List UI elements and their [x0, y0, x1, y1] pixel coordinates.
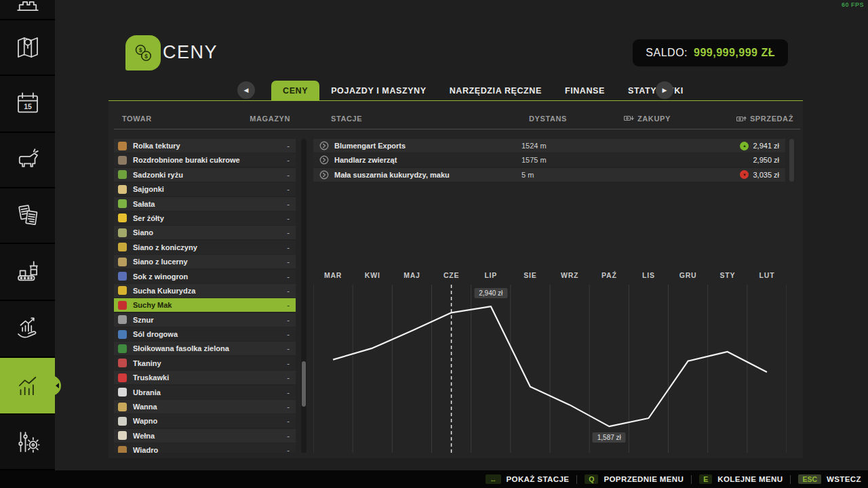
product-row[interactable]: Wełna -	[114, 429, 296, 443]
hint-label: POPRZEDNIE MENU	[604, 475, 684, 483]
saldo-label: SALDO:	[646, 47, 688, 59]
shredded-beet-icon	[118, 156, 127, 165]
tab-finanse[interactable]: FINANSE	[553, 81, 616, 101]
tabs-prev-button[interactable]: ◀	[237, 81, 255, 99]
product-storage-value: -	[287, 373, 290, 382]
product-row[interactable]: Słoikowana fasolka zielona -	[114, 342, 296, 355]
hint-bar: ↔POKAŻ STACJEQPOPRZEDNIE MENUEKOLEJNE ME…	[0, 470, 868, 488]
station-price: 2,950 zł	[753, 156, 779, 164]
product-storage-value: -	[287, 185, 290, 193]
product-storage-value: -	[287, 228, 290, 237]
product-storage-value: -	[287, 344, 290, 352]
hint-poprzednie-menu[interactable]: QPOPRZEDNIE MENU	[585, 474, 684, 484]
tab-pojazdy-i-maszyny[interactable]: POJAZDY I MASZYNY	[319, 81, 438, 101]
sidebar-item-animals[interactable]	[0, 133, 55, 188]
product-row[interactable]: Suchy Mak -	[114, 298, 296, 312]
product-row[interactable]: Sadzonki ryżu -	[114, 168, 296, 182]
product-storage-value: -	[287, 243, 290, 251]
product-storage-value: -	[287, 316, 290, 324]
station-row[interactable]: Mała suszarnia kukurydzy, maku 5 m ▼ 3,0…	[313, 168, 785, 182]
sidebar-item-garage[interactable]	[0, 0, 55, 20]
hint-label: KOLEJNE MENU	[717, 475, 783, 483]
hint-separator	[576, 475, 577, 484]
chart-value-label: 2,940 zł	[474, 288, 507, 298]
product-storage-value: -	[287, 301, 290, 309]
product-row[interactable]: Sajgonki -	[114, 182, 296, 196]
product-row[interactable]: Tkaniny -	[114, 357, 296, 370]
product-storage-value: -	[287, 388, 290, 396]
tabs-next-button[interactable]: ▶	[656, 81, 673, 99]
sidebar-item-calendar[interactable]: 15	[0, 76, 55, 133]
station-list-scrollbar[interactable]	[789, 139, 794, 182]
wool-icon	[118, 431, 127, 440]
product-row[interactable]: Wiadro -	[114, 443, 296, 453]
station-distance: 1575 m	[521, 156, 753, 164]
key-badge: ESC	[798, 474, 821, 484]
sidebar-item-sales[interactable]	[0, 301, 55, 358]
goto-station-icon[interactable]	[319, 155, 329, 165]
fps-counter: 60 FPS	[842, 1, 864, 8]
product-name: Ubrania	[133, 388, 287, 396]
saldo-value: 999,999,999 ZŁ	[694, 47, 775, 59]
tab-list: CENYPOJAZDY I MASZYNYNARZĘDZIA RĘCZNEFIN…	[271, 81, 695, 101]
product-row[interactable]: Truskawki -	[114, 371, 296, 384]
sidebar-item-production[interactable]	[0, 244, 55, 301]
product-row[interactable]: Sok z winogron -	[114, 270, 296, 283]
sidebar-item-settings[interactable]	[0, 415, 55, 470]
sidebar-item-statistics[interactable]	[0, 358, 55, 415]
product-name: Siano z koniczyny	[133, 243, 287, 251]
product-name: Sadzonki ryżu	[133, 171, 287, 179]
product-row[interactable]: Siano -	[114, 226, 296, 239]
key-badge: E	[699, 474, 712, 484]
product-row[interactable]: Sałata -	[114, 197, 296, 211]
hint-wstecz[interactable]: ESCWSTECZ	[798, 474, 861, 484]
goto-station-icon[interactable]	[319, 141, 329, 150]
product-row[interactable]: Siano z koniczyny -	[114, 241, 296, 254]
station-price: ▲ 2,941 zł	[740, 142, 779, 150]
product-name: Sól drogowa	[133, 330, 287, 338]
product-name: Sznur	[133, 316, 287, 324]
content-panel: TOWAR MAGAZYN STACJE DYSTANS ZAKUPY SPRZ…	[108, 101, 803, 458]
sidebar-item-contracts[interactable]	[0, 188, 55, 244]
column-stacje: STACJE	[331, 115, 362, 123]
column-zakupy: ZAKUPY	[624, 115, 671, 123]
scrollbar-thumb[interactable]	[302, 361, 306, 407]
product-storage-value: -	[287, 214, 290, 222]
product-name: Sałata	[133, 200, 287, 208]
lettuce-icon	[118, 199, 127, 208]
tab-ceny[interactable]: CENY	[271, 81, 319, 101]
road-salt-icon	[118, 330, 127, 339]
product-row[interactable]: Sucha Kukurydza -	[114, 284, 296, 298]
sales-icon	[736, 115, 747, 123]
rope-icon	[118, 315, 127, 324]
product-row[interactable]: Sznur -	[114, 313, 296, 327]
product-name: Słoikowana fasolka zielona	[133, 344, 287, 352]
product-row[interactable]: Ser żółty -	[114, 211, 296, 225]
product-row[interactable]: Rolka tektury -	[114, 139, 296, 152]
hint-pokaż-stacje[interactable]: ↔POKAŻ STACJE	[486, 474, 569, 484]
product-row[interactable]: Wapno -	[114, 414, 296, 428]
goto-station-icon[interactable]	[319, 170, 329, 180]
product-row[interactable]: Wanna -	[114, 400, 296, 413]
product-row[interactable]: Siano z lucerny -	[114, 255, 296, 268]
station-row[interactable]: Blumengart Exports 1524 m ▲ 2,941 zł	[313, 139, 785, 152]
product-row[interactable]: Rozdrobnione buraki cukrowe -	[114, 153, 296, 167]
product-name: Sucha Kukurydza	[133, 287, 287, 295]
station-price: ▼ 3,035 zł	[740, 170, 779, 179]
product-storage-value: -	[287, 359, 290, 367]
strawberry-icon	[118, 373, 127, 382]
product-storage-value: -	[287, 403, 290, 411]
sidebar-active-marker	[53, 383, 59, 388]
hint-kolejne-menu[interactable]: EKOLEJNE MENU	[699, 474, 783, 484]
product-row[interactable]: Ubrania -	[114, 386, 296, 399]
product-list-scrollbar[interactable]	[301, 139, 307, 453]
purchases-icon	[624, 115, 634, 123]
product-row[interactable]: Sól drogowa -	[114, 327, 296, 341]
production-icon	[14, 258, 42, 286]
product-name: Wiadro	[133, 446, 287, 453]
sidebar-item-map[interactable]	[0, 20, 55, 76]
station-row[interactable]: Handlarz zwierząt 1575 m 2,950 zł	[313, 153, 785, 167]
station-name: Handlarz zwierząt	[334, 156, 521, 164]
tab-narzędzia-ręczne[interactable]: NARZĘDZIA RĘCZNE	[438, 81, 553, 101]
price-down-icon: ▼	[740, 170, 749, 179]
